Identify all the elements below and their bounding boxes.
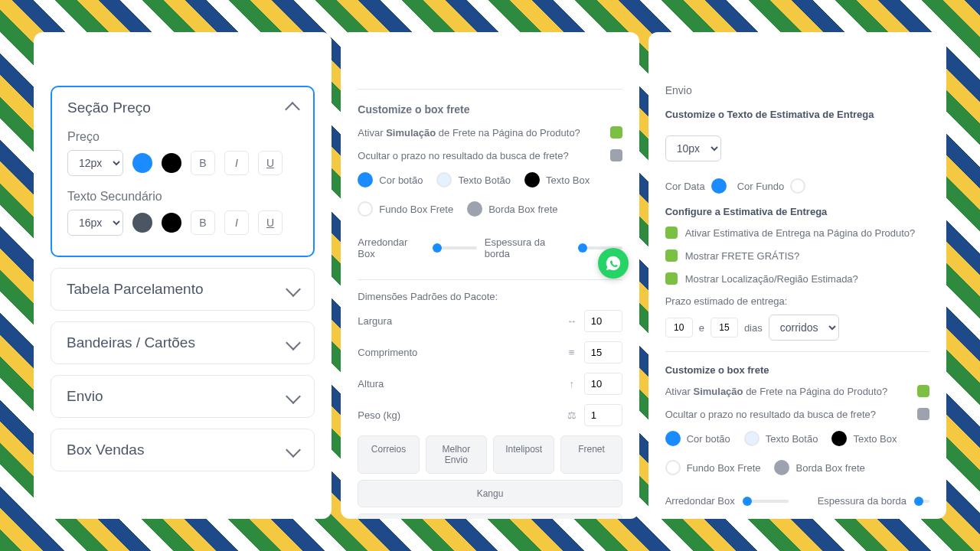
local-checkbox[interactable] (665, 272, 678, 285)
borda-swatch-2[interactable] (774, 460, 789, 475)
italic-button[interactable]: I (224, 151, 249, 175)
middle-panel: Customize o box frete Ativar Simulação d… (341, 32, 639, 519)
sim-checkbox-2[interactable] (917, 385, 929, 397)
preco-size-select[interactable]: 12px (67, 150, 123, 176)
underline-button-2[interactable]: U (258, 210, 283, 235)
bold-button-2[interactable]: B (191, 210, 215, 235)
fundo-swatch[interactable] (358, 201, 373, 217)
chevron-up-icon (285, 102, 300, 117)
fundo-swatch-2[interactable] (665, 460, 681, 475)
sim-label-2: Ativar Simulação de Frete na Página do P… (665, 386, 888, 397)
comprimento-input[interactable] (584, 341, 622, 364)
chevron-down-icon (286, 282, 301, 297)
ocultar-checkbox[interactable] (610, 149, 622, 161)
chip-inteli[interactable]: Intelipost (493, 435, 554, 474)
arredondar-slider-2[interactable] (743, 500, 789, 503)
txt-botao-swatch[interactable] (436, 172, 452, 187)
peso-input[interactable] (584, 404, 622, 426)
arredondar-slider[interactable] (433, 246, 477, 249)
ocultar-label: Ocultar o prazo no resultado da busca de… (358, 150, 568, 161)
left-panel: Seção Preço Preço 12px B I U Texto Secun… (34, 32, 332, 519)
height-icon: ↑ (566, 378, 578, 390)
cust-text-title: Customize o Texto de Estimativa de Entre… (665, 109, 929, 120)
accordion-box[interactable]: Box Vendas (51, 429, 315, 471)
config-title: Configure a Estimativa de Entrega (665, 206, 929, 217)
largura-input[interactable] (584, 310, 622, 332)
accordion-title: Seção Preço (67, 99, 151, 116)
right-panel: Envio Customize o Texto de Estimativa de… (648, 32, 946, 519)
accordion-bandeiras[interactable]: Bandeiras / Cartões (51, 321, 315, 364)
chip-manda[interactable]: MandaBem (358, 514, 622, 519)
dim-title: Dimensões Padrões do Pacote: (358, 291, 622, 302)
weight-icon: ⚖ (566, 409, 578, 422)
preco-color-2[interactable] (162, 153, 181, 173)
txt-box-swatch[interactable] (524, 172, 540, 187)
dias-tipo-select[interactable]: corridos (769, 315, 839, 341)
preco-color-1[interactable] (132, 153, 152, 173)
sim-checkbox[interactable] (610, 126, 622, 139)
cor-fundo-swatch[interactable] (790, 178, 805, 194)
cor-data-swatch[interactable] (711, 178, 727, 194)
dias-max-input[interactable] (710, 318, 738, 337)
sec-color-2[interactable] (162, 213, 181, 233)
chip-melhor[interactable]: Melhor Envio (426, 435, 487, 474)
altura-input[interactable] (584, 373, 622, 395)
italic-button-2[interactable]: I (224, 210, 249, 235)
cor-botao-swatch[interactable] (358, 172, 373, 187)
width-icon: ↔ (566, 315, 578, 328)
whatsapp-fab[interactable] (598, 248, 629, 279)
bold-button[interactable]: B (191, 151, 215, 175)
chip-frenet[interactable]: Frenet (560, 435, 622, 474)
dias-min-input[interactable] (665, 318, 693, 337)
ativar-est-checkbox[interactable] (665, 227, 678, 239)
sim-label: Ativar Simulação de Frete na Página do P… (358, 127, 580, 139)
envio-title: Envio (665, 84, 929, 96)
cor-botao-swatch-2[interactable] (665, 431, 681, 446)
txt-botao-swatch-2[interactable] (744, 431, 760, 446)
ocultar-checkbox-2[interactable] (917, 408, 929, 420)
txt-box-swatch-2[interactable] (831, 431, 847, 446)
chip-correios[interactable]: Correios (358, 435, 419, 474)
chevron-down-icon (286, 389, 301, 404)
accordion-preco[interactable]: Seção Preço Preço 12px B I U Texto Secun… (51, 86, 315, 257)
preco-label: Preço (67, 130, 298, 144)
prazo-label: Prazo estimado de entrega: (665, 295, 929, 307)
sec-color-1[interactable] (132, 213, 152, 233)
secundario-size-select[interactable]: 16px (67, 210, 123, 236)
text-size-select[interactable]: 10px (665, 135, 721, 161)
secundario-label: Texto Secundário (67, 190, 298, 204)
accordion-envio[interactable]: Envio (51, 375, 315, 418)
box-frete-title: Customize o box frete (358, 103, 622, 116)
box-frete-title-2: Customize o box frete (665, 364, 929, 376)
accordion-tabela[interactable]: Tabela Parcelamento (51, 268, 315, 311)
chevron-down-icon (286, 442, 301, 458)
espessura-slider-2[interactable] (914, 500, 929, 503)
borda-swatch[interactable] (467, 201, 482, 217)
length-icon: ≡ (566, 347, 578, 359)
gratis-checkbox[interactable] (665, 249, 678, 262)
chip-kangu[interactable]: Kangu (358, 480, 622, 507)
underline-button[interactable]: U (258, 151, 283, 175)
chevron-down-icon (286, 335, 301, 350)
